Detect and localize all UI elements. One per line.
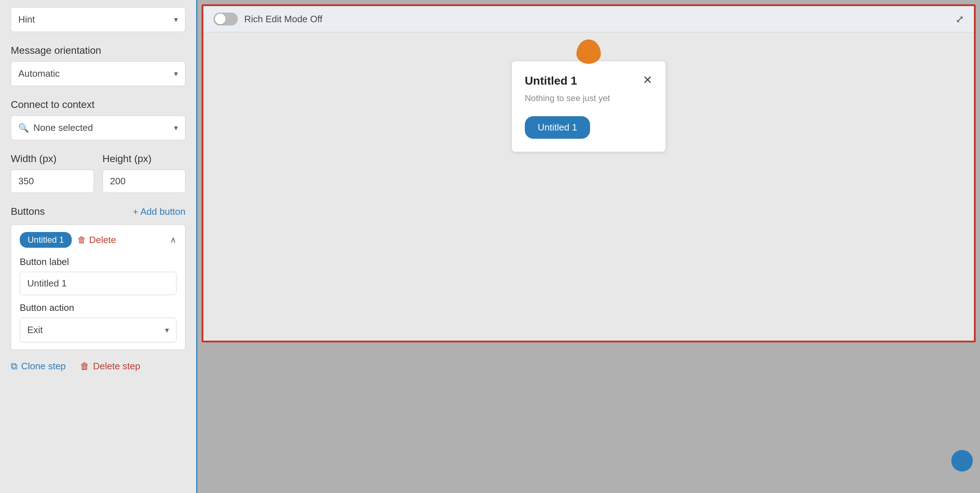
dialog-box: Untitled 1 ✕ Nothing to see just yet Unt… xyxy=(512,61,666,152)
button-action-select[interactable]: Exit ▾ xyxy=(20,318,177,342)
width-input[interactable] xyxy=(11,170,94,193)
button-item-card: Untitled 1 🗑 Delete ∧ Button label Butto… xyxy=(11,224,185,350)
buttons-section-header: Buttons + Add button xyxy=(11,206,185,217)
hint-chevron-icon: ▾ xyxy=(174,15,178,24)
dimensions-row: Width (px) Height (px) xyxy=(11,153,185,193)
left-panel: Hint ▾ Message orientation Automatic ▾ C… xyxy=(0,0,197,493)
step-actions: ⧉ Clone step 🗑 Delete step xyxy=(11,361,185,372)
add-button-link[interactable]: + Add button xyxy=(133,206,185,217)
width-label: Width (px) xyxy=(11,153,94,165)
trash-icon: 🗑 xyxy=(78,235,86,245)
right-panel: Rich Edit Mode Off ⤢ Untitled 1 ✕ Nothin… xyxy=(197,0,980,493)
message-orientation-value: Automatic xyxy=(18,68,60,79)
button-action-value: Exit xyxy=(27,324,43,336)
hint-select-value: Hint xyxy=(18,14,35,25)
button-label-field-label: Button label xyxy=(20,256,177,267)
topbar-left: Rich Edit Mode Off xyxy=(213,13,323,25)
dialog-action-button[interactable]: Untitled 1 xyxy=(525,116,590,139)
preview-content: Untitled 1 ✕ Nothing to see just yet Unt… xyxy=(204,32,974,340)
chevron-up-icon[interactable]: ∧ xyxy=(170,235,177,245)
height-group: Height (px) xyxy=(103,153,186,193)
dialog-header: Untitled 1 ✕ xyxy=(525,74,652,87)
button-item-header: Untitled 1 🗑 Delete ∧ xyxy=(20,232,177,248)
clone-step-label: Clone step xyxy=(21,361,66,372)
button-badge[interactable]: Untitled 1 xyxy=(20,232,72,248)
rich-edit-toggle[interactable] xyxy=(213,13,238,25)
clone-icon: ⧉ xyxy=(11,361,18,372)
button-item-header-left: Untitled 1 🗑 Delete xyxy=(20,232,116,248)
delete-step-label: Delete step xyxy=(93,361,140,372)
message-orientation-chevron-icon: ▾ xyxy=(174,69,178,78)
connect-context-value: None selected xyxy=(33,122,93,134)
connect-context-select[interactable]: 🔍 None selected ▾ xyxy=(11,115,185,140)
hint-select[interactable]: Hint ▾ xyxy=(11,7,185,32)
toggle-knob xyxy=(215,14,226,24)
height-label: Height (px) xyxy=(103,153,186,165)
topbar-title: Rich Edit Mode Off xyxy=(244,14,323,25)
delete-step-link[interactable]: 🗑 Delete step xyxy=(80,361,140,372)
button-action-label: Button action xyxy=(20,302,177,313)
blue-circle-button[interactable] xyxy=(951,450,973,471)
preview-topbar: Rich Edit Mode Off ⤢ xyxy=(204,6,974,32)
hint-field-group: Hint ▾ xyxy=(11,7,185,32)
dialog-title: Untitled 1 xyxy=(525,74,577,87)
connect-context-chevron-icon: ▾ xyxy=(174,123,178,133)
dialog-body: Nothing to see just yet xyxy=(525,93,652,103)
delete-step-icon: 🗑 xyxy=(80,361,89,372)
delete-label: Delete xyxy=(89,234,116,246)
orange-avatar xyxy=(576,40,601,64)
search-icon: 🔍 xyxy=(18,123,29,133)
message-orientation-group: Message orientation Automatic ▾ xyxy=(11,45,185,86)
message-orientation-label: Message orientation xyxy=(11,45,185,56)
delete-button-link[interactable]: 🗑 Delete xyxy=(78,234,116,246)
button-label-input[interactable] xyxy=(20,272,177,295)
message-orientation-select[interactable]: Automatic ▾ xyxy=(11,61,185,86)
buttons-label: Buttons xyxy=(11,206,45,217)
button-action-chevron-icon: ▾ xyxy=(165,326,169,335)
width-group: Width (px) xyxy=(11,153,94,193)
height-input[interactable] xyxy=(103,170,186,193)
connect-context-group: Connect to context 🔍 None selected ▾ xyxy=(11,99,185,140)
expand-icon[interactable]: ⤢ xyxy=(956,13,964,25)
clone-step-link[interactable]: ⧉ Clone step xyxy=(11,361,66,372)
connect-context-label: Connect to context xyxy=(11,99,185,110)
preview-container: Rich Edit Mode Off ⤢ Untitled 1 ✕ Nothin… xyxy=(202,4,976,342)
dialog-close-button[interactable]: ✕ xyxy=(643,74,652,86)
